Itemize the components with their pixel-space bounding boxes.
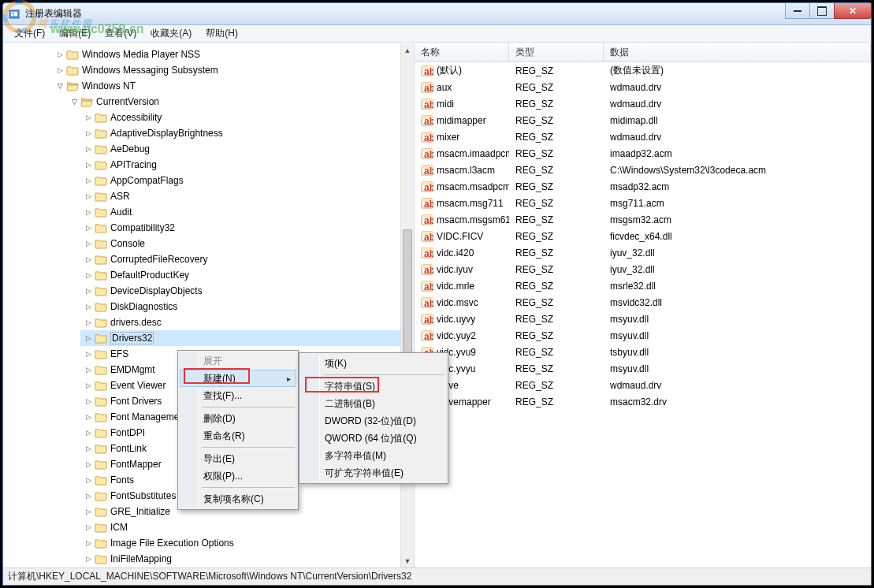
list-row[interactable]: abmsacm.msadpcmREG_SZmsadp32.acm [415, 178, 871, 195]
expand-icon[interactable] [84, 412, 93, 422]
tree-node[interactable]: Windows Messaging Subsystem [52, 62, 414, 78]
tree-node[interactable]: DiskDiagnostics [80, 299, 414, 314]
ctx-rename[interactable]: 重命名(R) [180, 427, 296, 445]
tree-node[interactable]: AeDebug [80, 141, 414, 157]
collapse-icon[interactable] [69, 97, 79, 106]
expand-icon[interactable] [84, 160, 93, 169]
list-row[interactable]: abvidc.yvyuREG_SZmsyuv.dll [415, 360, 871, 377]
expand-icon[interactable] [84, 381, 93, 390]
expand-icon[interactable] [84, 286, 93, 296]
ctx-new[interactable]: 新建(N) [180, 370, 296, 387]
expand-icon[interactable] [84, 491, 93, 501]
tree-node[interactable]: Windows Media Player NSS [52, 47, 414, 62]
menu-file[interactable]: 文件(F) [8, 25, 51, 42]
tree-node[interactable]: drivers.desc [80, 314, 414, 330]
expand-icon[interactable] [84, 523, 93, 532]
scroll-down-button[interactable]: ▼ [401, 554, 414, 568]
expand-icon[interactable] [84, 554, 93, 564]
ctx-find[interactable]: 查找(F)... [180, 387, 296, 404]
list-row[interactable]: abvidc.yvu9REG_SZtsbyuv.dll [415, 344, 871, 360]
close-button[interactable] [834, 3, 872, 19]
expand-icon[interactable] [84, 538, 93, 548]
expand-icon[interactable] [84, 349, 93, 359]
list-row[interactable]: abmsacm.l3acmREG_SZC:\Windows\System32\l… [415, 162, 871, 178]
maximize-button[interactable] [809, 3, 835, 19]
tree-node[interactable]: DefaultProductKey [80, 267, 414, 283]
col-name[interactable]: 名称 [415, 43, 509, 61]
expand-icon[interactable] [55, 50, 65, 59]
expand-icon[interactable] [55, 65, 65, 75]
expand-icon[interactable] [84, 113, 93, 122]
list-row[interactable]: abvidc.mrleREG_SZmsrle32.dll [415, 277, 871, 294]
expand-icon[interactable] [84, 270, 93, 280]
expand-icon[interactable] [84, 144, 93, 154]
expand-icon[interactable] [84, 318, 93, 327]
list-row[interactable]: abwavemapperREG_SZmsacm32.drv [415, 393, 871, 410]
tree-node[interactable]: Console [80, 236, 414, 251]
expand-icon[interactable] [84, 192, 93, 201]
expand-icon[interactable] [84, 239, 93, 248]
ctx-export[interactable]: 导出(E) [180, 450, 296, 467]
tree-node[interactable]: ICM [80, 519, 414, 535]
expand-icon[interactable] [84, 302, 93, 311]
list-body[interactable]: ab(默认)REG_SZ(数值未设置)abauxREG_SZwdmaud.drv… [415, 62, 871, 568]
ctx-new-binary[interactable]: 二进制值(B) [301, 395, 446, 412]
expand-icon[interactable] [84, 223, 93, 233]
menu-favorites[interactable]: 收藏夹(A) [144, 25, 198, 42]
list-row[interactable]: abvidc.msvcREG_SZmsvidc32.dll [415, 294, 871, 311]
list-row[interactable]: abvidc.yuy2REG_SZmsyuv.dll [415, 327, 871, 344]
expand-icon[interactable] [84, 365, 93, 374]
tree-scrollbar[interactable]: ▲ ▼ [400, 43, 414, 568]
expand-icon[interactable] [84, 207, 93, 217]
expand-icon[interactable] [84, 128, 93, 138]
context-submenu-new[interactable]: 项(K) 字符串值(S) 二进制值(B) DWORD (32-位)值(D) QW… [299, 352, 448, 484]
ctx-new-expandstring[interactable]: 可扩充字符串值(E) [301, 464, 446, 482]
ctx-permissions[interactable]: 权限(P)... [180, 467, 296, 485]
tree-node[interactable]: IniFileMapping [80, 551, 414, 567]
list-row[interactable]: abmsacm.msgsm610REG_SZmsgsm32.acm [415, 211, 871, 228]
ctx-copykeyname[interactable]: 复制项名称(C) [180, 490, 296, 508]
tree-node[interactable]: Accessibility [80, 110, 414, 125]
expand-icon[interactable] [84, 428, 93, 437]
list-row[interactable]: abmidiREG_SZwdmaud.drv [415, 95, 871, 112]
minimize-button[interactable] [785, 3, 810, 19]
list-row[interactable]: ab(默认)REG_SZ(数值未设置) [415, 62, 871, 79]
ctx-delete[interactable]: 删除(D) [180, 410, 296, 427]
ctx-new-dword[interactable]: DWORD (32-位)值(D) [301, 412, 446, 430]
expand-icon[interactable] [84, 507, 93, 516]
list-row[interactable]: abauxREG_SZwdmaud.drv [415, 79, 871, 95]
col-data[interactable]: 数据 [604, 43, 871, 61]
tree-node[interactable]: Audit [80, 204, 414, 220]
tree-node[interactable]: Drivers32 [80, 330, 414, 346]
titlebar[interactable]: 注册表编辑器 [3, 3, 871, 25]
expand-icon[interactable] [84, 460, 93, 469]
tree-node[interactable]: AdaptiveDisplayBrightness [80, 125, 414, 141]
ctx-new-multistring[interactable]: 多字符串值(M) [301, 447, 446, 464]
list-row[interactable]: abVIDC.FICVREG_SZficvdec_x64.dll [415, 228, 871, 244]
list-row[interactable]: abmidimapperREG_SZmidimap.dll [415, 112, 871, 128]
scroll-thumb[interactable] [403, 229, 412, 371]
list-row[interactable]: abmixerREG_SZwdmaud.drv [415, 128, 871, 145]
expand-icon[interactable] [84, 396, 93, 406]
list-row[interactable]: abvidc.iyuvREG_SZiyuv_32.dll [415, 261, 871, 277]
tree-node[interactable]: Image File Execution Options [80, 535, 414, 551]
tree-node[interactable]: APITracing [80, 157, 414, 173]
tree-node[interactable]: Windows NT [52, 78, 414, 94]
context-menu[interactable]: 展开 新建(N) 查找(F)... 删除(D) 重命名(R) 导出(E) 权限(… [177, 350, 299, 510]
expand-icon[interactable] [84, 444, 93, 453]
tree-node[interactable]: DeviceDisplayObjects [80, 283, 414, 299]
ctx-new-string[interactable]: 字符串值(S) [301, 378, 446, 395]
expand-icon[interactable] [84, 255, 93, 264]
menu-edit[interactable]: 编辑(E) [53, 25, 97, 42]
list-row[interactable]: abmsacm.imaadpcmREG_SZimaadp32.acm [415, 145, 871, 162]
ctx-new-qword[interactable]: QWORD (64 位)值(Q) [301, 430, 446, 447]
tree-node[interactable]: CurrentVersion [66, 94, 414, 110]
tree-node[interactable]: CorruptedFileRecovery [80, 251, 414, 267]
tree-node[interactable]: Compatibility32 [80, 220, 414, 236]
expand-icon[interactable] [84, 333, 93, 343]
menu-help[interactable]: 帮助(H) [199, 25, 244, 42]
ctx-new-key[interactable]: 项(K) [301, 355, 446, 372]
list-row[interactable]: abmsacm.msg711REG_SZmsg711.acm [415, 195, 871, 211]
list-row[interactable]: abwaveREG_SZwdmaud.drv [415, 377, 871, 393]
scroll-up-button[interactable]: ▲ [401, 43, 414, 57]
